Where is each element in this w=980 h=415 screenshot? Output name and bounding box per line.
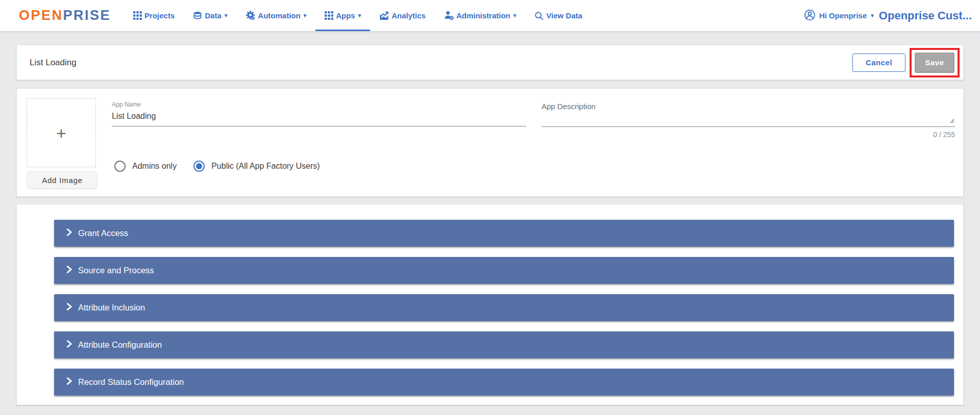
nav-item-analytics[interactable]: Analytics	[370, 0, 435, 31]
section-label: Grant Access	[78, 228, 128, 238]
page-header-card: List Loading Cancel Save	[16, 45, 964, 80]
section-label: Record Status Configuration	[78, 377, 184, 387]
radio-public[interactable]: Public (All App Factory Users)	[193, 161, 320, 172]
chart-icon	[379, 11, 389, 20]
grid-icon	[325, 11, 333, 20]
logo-part-open: OPEN	[19, 8, 63, 23]
chevron-right-icon	[66, 340, 72, 350]
cancel-button[interactable]: Cancel	[852, 54, 905, 72]
chevron-right-icon	[66, 266, 72, 275]
gear-icon	[246, 11, 255, 20]
app-description-label: App Description	[542, 102, 955, 111]
nav-item-view-data[interactable]: View Data	[525, 0, 592, 31]
sections-card: Grant Access Source and Process Attribut…	[16, 204, 964, 405]
save-button-highlight: Save	[910, 48, 960, 77]
nav-right: Hi Openprise ▾ Openprise Cust...	[804, 0, 980, 31]
app-description-textarea[interactable]	[542, 111, 955, 127]
user-menu[interactable]: Hi Openprise ▾	[804, 9, 874, 22]
chevron-right-icon	[66, 228, 72, 238]
openprise-logo[interactable]: OPENPRISE	[19, 0, 111, 31]
char-counter: 0 / 255	[542, 131, 955, 139]
section-source-and-process[interactable]: Source and Process	[54, 257, 954, 284]
save-button[interactable]: Save	[915, 53, 954, 73]
nav-item-label: View Data	[546, 11, 582, 20]
chevron-right-icon	[66, 303, 72, 313]
visibility-radio-group: Admins only Public (All App Factory User…	[114, 161, 320, 172]
section-grant-access[interactable]: Grant Access	[54, 220, 954, 247]
nav-item-label: Analytics	[391, 11, 426, 20]
section-attribute-configuration[interactable]: Attribute Configuration	[54, 331, 954, 358]
section-label: Source and Process	[78, 266, 154, 275]
nav-item-data[interactable]: Data ▾	[184, 0, 236, 31]
radio-selected-icon	[193, 161, 205, 172]
nav-item-apps[interactable]: Apps ▾	[315, 0, 370, 31]
app-description-field-group: App Description 0 / 255	[542, 102, 955, 139]
logo-part-prise: PRISE	[63, 8, 111, 23]
user-greeting: Hi Openprise	[819, 11, 867, 20]
app-name-field-group: App Name	[112, 101, 526, 126]
org-name[interactable]: Openprise Cust...	[879, 9, 972, 22]
radio-label: Public (All App Factory Users)	[211, 162, 320, 171]
chevron-down-icon: ▾	[871, 13, 874, 18]
radio-unselected-icon	[114, 161, 126, 172]
app-info-card: + Add Image App Name Admins only Public …	[16, 88, 964, 197]
search-icon	[534, 11, 544, 20]
section-attribute-inclusion[interactable]: Attribute Inclusion	[54, 294, 954, 321]
plus-icon: +	[56, 124, 66, 142]
header-actions: Cancel Save	[852, 48, 960, 77]
app-name-label: App Name	[112, 101, 526, 108]
user-gear-icon	[444, 11, 454, 20]
section-label: Attribute Inclusion	[78, 303, 145, 313]
section-record-status-configuration[interactable]: Record Status Configuration	[54, 369, 954, 396]
top-navbar: OPENPRISE Projects Data ▾ Automation ▾	[0, 0, 980, 32]
radio-label: Admins only	[132, 162, 177, 171]
app-name-input[interactable]	[112, 108, 526, 126]
section-label: Attribute Configuration	[78, 340, 162, 350]
resize-grip-icon[interactable]	[949, 116, 954, 125]
chevron-down-icon: ▾	[358, 13, 361, 18]
nav-item-label: Projects	[144, 11, 175, 20]
app-image-dropzone[interactable]: +	[27, 98, 96, 167]
add-image-button[interactable]: Add Image	[27, 171, 97, 189]
nav-item-automation[interactable]: Automation ▾	[236, 0, 315, 31]
nav-item-label: Data	[205, 11, 222, 20]
nav-item-administration[interactable]: Administration ▾	[435, 0, 525, 31]
chevron-down-icon: ▾	[513, 13, 517, 18]
grid-icon	[133, 11, 142, 20]
database-icon	[193, 11, 202, 20]
nav-item-label: Automation	[258, 11, 300, 20]
nav-item-label: Apps	[336, 11, 355, 20]
chevron-down-icon: ▾	[225, 13, 228, 18]
user-circle-icon	[804, 9, 816, 22]
nav-item-label: Administration	[456, 11, 510, 20]
nav-items: Projects Data ▾ Automation ▾ Apps ▾	[124, 0, 592, 31]
page-title: List Loading	[30, 58, 77, 68]
chevron-down-icon: ▾	[304, 13, 307, 18]
radio-admins-only[interactable]: Admins only	[114, 161, 177, 172]
nav-item-projects[interactable]: Projects	[124, 0, 184, 31]
chevron-right-icon	[66, 377, 72, 387]
